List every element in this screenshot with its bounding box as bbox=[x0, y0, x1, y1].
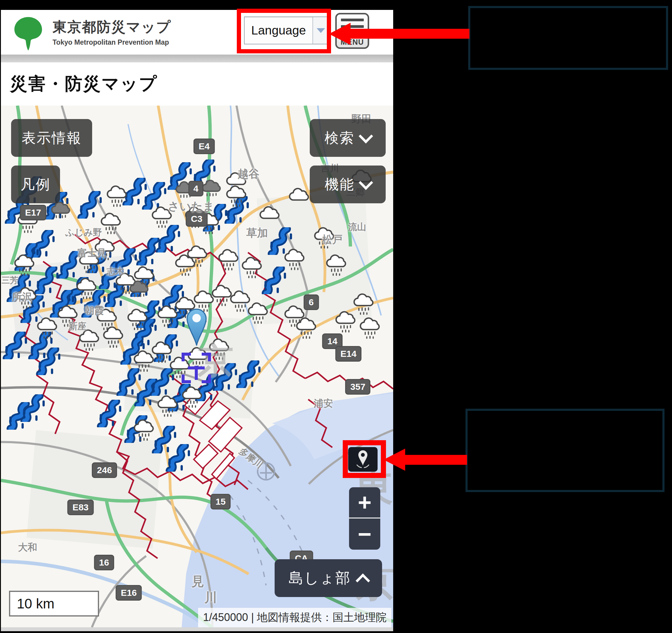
search-button[interactable]: 検索 bbox=[310, 119, 386, 157]
display-info-label: 表示情報 bbox=[22, 129, 82, 148]
functions-button[interactable]: 機能 bbox=[310, 166, 386, 203]
app-title-block: 東京都防災マップ Tokyo Metropolitan Prevention M… bbox=[52, 18, 171, 47]
app-subtitle: Tokyo Metropolitan Prevention Map bbox=[52, 39, 171, 47]
map-scale-label: 10 km bbox=[10, 596, 54, 612]
tokyo-metropolitan-logo-icon bbox=[10, 15, 46, 51]
map-canvas[interactable]: E4C3E174614E1435724615E8316E16CA 野田越谷吉川三… bbox=[1, 105, 393, 627]
zoom-controls: + − bbox=[349, 487, 380, 550]
annotation-callout-top bbox=[468, 6, 668, 70]
page-title-section: 災害・防災マップ bbox=[1, 62, 393, 105]
annotated-screenshot: 東京都防災マップ Tokyo Metropolitan Prevention M… bbox=[0, 0, 672, 633]
chevron-down-icon bbox=[358, 175, 373, 190]
map-attribution: 1/450000 | 地図情報提供：国土地理院 bbox=[198, 608, 391, 627]
legend-button[interactable]: 凡例 bbox=[11, 166, 60, 203]
annotation-arrow-language bbox=[350, 29, 470, 39]
islands-label: 島しょ部 bbox=[289, 568, 351, 588]
annotation-arrow-location bbox=[400, 455, 467, 465]
location-pin-icon bbox=[184, 305, 210, 349]
zoom-out-button[interactable]: − bbox=[349, 518, 380, 550]
map-crosshair-icon bbox=[181, 352, 211, 383]
annotation-callout-middle bbox=[465, 409, 665, 492]
plus-icon: + bbox=[358, 489, 371, 516]
annotation-highlight-language bbox=[237, 9, 331, 53]
chevron-down-icon bbox=[358, 129, 373, 143]
map-scale-bar: 10 km bbox=[9, 591, 99, 616]
display-info-button[interactable]: 表示情報 bbox=[11, 119, 92, 157]
page-title: 災害・防災マップ bbox=[1, 72, 158, 96]
app-title: 東京都防災マップ bbox=[52, 18, 171, 36]
legend-label: 凡例 bbox=[21, 175, 51, 194]
islands-panel-button[interactable]: 島しょ部 bbox=[274, 559, 382, 597]
functions-label: 機能 bbox=[325, 175, 355, 194]
page-footer-strip bbox=[1, 627, 393, 631]
arrow-left-icon bbox=[384, 449, 405, 471]
hamburger-icon bbox=[341, 19, 364, 21]
search-label: 検索 bbox=[325, 129, 355, 148]
chevron-up-icon bbox=[356, 573, 370, 588]
annotation-highlight-location-button bbox=[343, 440, 386, 478]
arrow-left-icon bbox=[329, 23, 351, 45]
header-divider bbox=[1, 55, 393, 62]
app-window: 東京都防災マップ Tokyo Metropolitan Prevention M… bbox=[1, 10, 393, 631]
zoom-in-button[interactable]: + bbox=[349, 487, 380, 518]
minus-icon: − bbox=[358, 521, 371, 548]
